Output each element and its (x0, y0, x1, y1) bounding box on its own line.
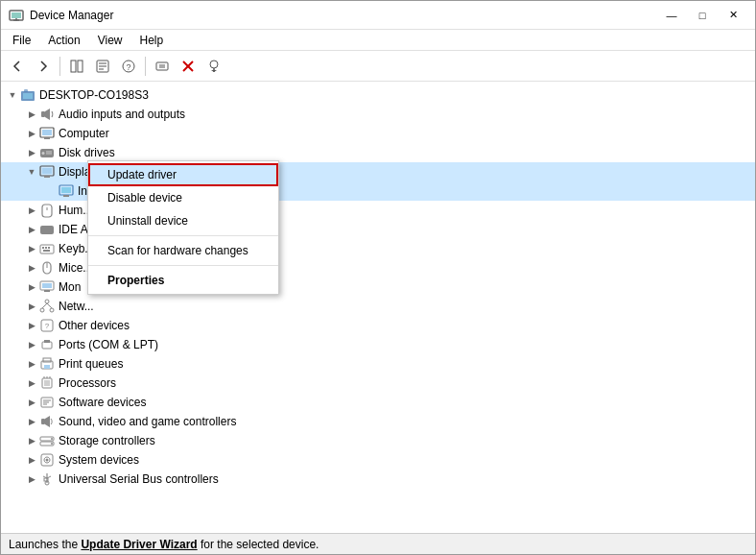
tree-item-ports[interactable]: ▶ Ports (COM & LPT) (1, 335, 755, 354)
svg-point-73 (51, 443, 53, 445)
back-button[interactable] (5, 54, 30, 79)
tree-item-computer[interactable]: ▶ Computer (1, 124, 755, 143)
toolbar-separator-1 (59, 57, 60, 76)
disk-label: Disk drives (59, 146, 115, 159)
tree-item-system[interactable]: ▶ System devices (1, 450, 755, 470)
disk-expand[interactable]: ▶ (24, 145, 39, 160)
properties-button[interactable] (90, 54, 115, 79)
storage-icon (39, 433, 55, 448)
computer-label: Computer (59, 127, 109, 140)
other-expand[interactable]: ▶ (24, 318, 39, 333)
ports-label: Ports (COM & LPT) (59, 338, 158, 351)
svg-rect-38 (40, 245, 54, 253)
other-label: Other devices (59, 319, 130, 332)
display-expand[interactable]: ▼ (24, 164, 39, 180)
menu-help[interactable]: Help (132, 30, 172, 50)
usb-label: Universal Serial Bus controllers (59, 472, 219, 486)
mice-icon (39, 260, 55, 276)
hid-icon (39, 203, 55, 218)
network-expand[interactable]: ▶ (24, 299, 39, 314)
ports-expand[interactable]: ▶ (24, 337, 39, 352)
ctx-disable-device[interactable]: Disable device (88, 186, 278, 209)
forward-button[interactable] (31, 54, 56, 79)
hid-expand[interactable]: ▶ (24, 203, 39, 218)
svg-rect-20 (24, 89, 28, 92)
system-expand[interactable]: ▶ (24, 452, 39, 468)
minimize-button[interactable]: — (657, 6, 686, 25)
computer-icon (39, 126, 55, 141)
root-label: DESKTOP-CO198S3 (39, 88, 149, 102)
tree-item-software[interactable]: ▶ Software devices (1, 393, 755, 412)
menu-bar: File Action View Help (1, 30, 755, 51)
svg-line-52 (47, 303, 52, 308)
tree-item-processors[interactable]: ▶ Processors (1, 374, 755, 393)
svg-rect-4 (71, 60, 76, 72)
svg-text:?: ? (45, 322, 50, 330)
menu-action[interactable]: Action (40, 30, 87, 50)
usb-expand[interactable]: ▶ (24, 471, 39, 487)
svg-rect-69 (41, 419, 45, 424)
audio-icon (39, 107, 55, 122)
tree-item-audio[interactable]: ▶ Audio inputs and outputs (1, 105, 755, 124)
tree-root[interactable]: ▼ DESKTOP-CO198S3 (1, 85, 755, 105)
window-title: Device Manager (30, 9, 657, 22)
update-driver-button[interactable] (150, 54, 175, 79)
tree-item-storage[interactable]: ▶ Storage controllers (1, 431, 755, 450)
tree-item-sound[interactable]: ▶ Sound, video and game controllers (1, 412, 755, 431)
storage-expand[interactable]: ▶ (24, 433, 39, 448)
sound-expand[interactable]: ▶ (24, 414, 39, 429)
tree-item-usb[interactable]: ▶ Universal Serial Bus controllers (1, 470, 755, 489)
other-icon: ? (39, 318, 55, 333)
close-button[interactable]: ✕ (719, 6, 747, 25)
computer-expand[interactable]: ▶ (24, 126, 39, 141)
svg-rect-47 (44, 290, 50, 292)
print-expand[interactable]: ▶ (24, 356, 39, 372)
print-icon (39, 356, 55, 372)
svg-point-49 (40, 308, 44, 312)
disable-button[interactable] (176, 54, 201, 79)
processors-icon (39, 375, 55, 391)
help-button[interactable]: ? (116, 54, 141, 79)
svg-rect-39 (42, 247, 44, 249)
app-icon (9, 8, 24, 23)
keyboard-icon (39, 241, 55, 256)
scan-button[interactable] (201, 54, 226, 79)
ide-expand[interactable]: ▶ (24, 222, 39, 237)
keyboard-expand[interactable]: ▶ (24, 241, 39, 256)
svg-rect-41 (48, 247, 50, 249)
svg-point-17 (210, 60, 218, 68)
maximize-button[interactable]: □ (688, 6, 717, 25)
svg-point-48 (45, 300, 49, 303)
svg-point-50 (50, 308, 54, 312)
svg-rect-23 (42, 130, 52, 135)
menu-file[interactable]: File (5, 30, 38, 50)
tree-view[interactable]: ▼ DESKTOP-CO198S3 ▶ (1, 82, 755, 533)
ctx-uninstall-device[interactable]: Uninstall device (88, 209, 278, 232)
display-icon (39, 164, 55, 180)
disk-icon (39, 145, 55, 160)
software-expand[interactable]: ▶ (24, 395, 39, 410)
menu-view[interactable]: View (90, 30, 130, 50)
ctx-separator-1 (88, 235, 278, 236)
tree-item-network[interactable]: ▶ Netw... (1, 297, 755, 316)
audio-expand[interactable]: ▶ (24, 107, 39, 122)
ctx-properties[interactable]: Properties (88, 269, 278, 292)
show-tree-button[interactable] (64, 54, 89, 79)
processors-expand[interactable]: ▶ (24, 375, 39, 391)
svg-rect-30 (42, 168, 52, 174)
sound-label: Sound, video and game controllers (59, 415, 236, 428)
ctx-scan-hardware[interactable]: Scan for hardware changes (88, 239, 278, 262)
svg-rect-24 (44, 137, 50, 139)
toolbar: ? (1, 51, 755, 82)
tree-item-disk[interactable]: ▶ Disk drives (1, 143, 755, 162)
mice-expand[interactable]: ▶ (24, 260, 39, 276)
ide-icon (39, 222, 55, 237)
root-expand[interactable]: ▼ (5, 87, 20, 103)
monitors-expand[interactable]: ▶ (24, 279, 39, 295)
svg-rect-19 (23, 93, 33, 99)
ctx-update-driver[interactable]: Update driver (88, 163, 278, 186)
svg-point-26 (42, 152, 45, 155)
tree-item-print[interactable]: ▶ Print queues (1, 354, 755, 374)
svg-rect-37 (40, 226, 54, 234)
tree-item-other[interactable]: ▶ ? Other devices (1, 316, 755, 335)
